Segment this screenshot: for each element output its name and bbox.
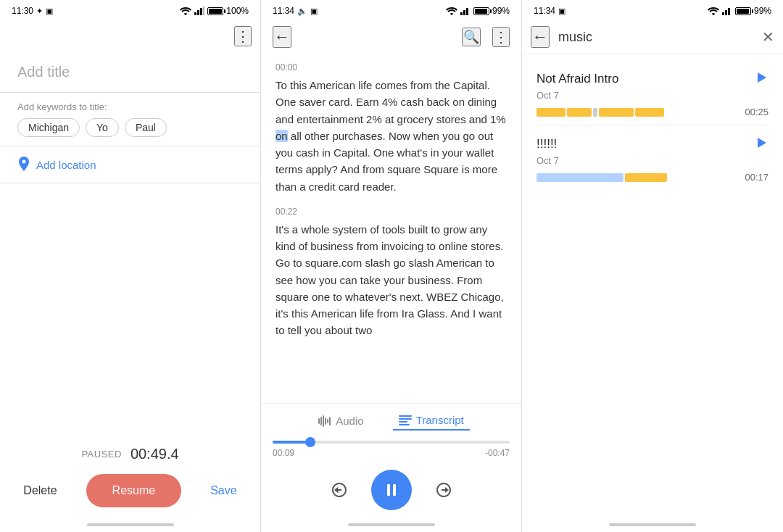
location-icon (17, 157, 30, 173)
result-header-1: Not Afraid Intro (536, 70, 768, 87)
progress-thumb[interactable] (305, 437, 315, 447)
result-duration-2: 00:17 (745, 172, 768, 183)
svg-rect-13 (399, 415, 412, 417)
wave-seg-1b (567, 108, 592, 117)
svg-rect-8 (320, 417, 322, 425)
svg-rect-1 (197, 10, 199, 15)
wifi-icon-3 (708, 7, 719, 15)
resume-button[interactable]: Resume (86, 474, 182, 507)
play-button-2[interactable] (754, 136, 768, 152)
search-input[interactable] (558, 30, 753, 45)
search-results: Not Afraid Intro Oct 7 00:25 (522, 54, 783, 293)
play-button-1[interactable] (754, 70, 768, 87)
svg-rect-11 (327, 419, 328, 423)
svg-rect-7 (318, 418, 320, 424)
wifi-icon (180, 7, 191, 15)
svg-rect-22 (728, 8, 730, 15)
result-date-1: Oct 7 (536, 90, 768, 101)
transcript-body: 00:00 To this American life comes from t… (261, 54, 521, 403)
panel-transcript: 11:34 🔈 ▣ 99% ← 🔍 ⋮ (261, 0, 522, 532)
home-indicator-1 (0, 519, 260, 532)
audio-waves-icon (318, 415, 331, 427)
panel2-toolbar: ← 🔍 ⋮ (261, 20, 521, 54)
transcript-para-2: It's a whole system of tools built to gr… (276, 221, 507, 339)
battery-pct-1: 100% (226, 6, 249, 16)
keywords-chips: Michigan Yo Paul (17, 118, 243, 137)
progress-remaining: -00:47 (485, 448, 510, 458)
wifi-icon-2 (446, 7, 457, 15)
more-options-button[interactable]: ⋮ (234, 26, 252, 46)
rewind-icon: ↺ (328, 478, 351, 502)
svg-marker-23 (758, 72, 766, 83)
progress-bar[interactable] (273, 441, 510, 444)
pause-button[interactable] (371, 470, 412, 510)
chip-yo[interactable]: Yo (86, 118, 119, 137)
result-title-2: !!!!!! (536, 137, 557, 151)
waveform-row-1: 00:25 (536, 107, 768, 117)
timestamp-1: 00:00 (276, 62, 507, 72)
svg-rect-16 (399, 424, 410, 425)
progress-current: 00:09 (273, 448, 294, 458)
svg-rect-0 (194, 12, 196, 15)
battery-pct-3: 99% (754, 6, 771, 16)
battery-icon-3 (735, 7, 751, 15)
forward-icon (432, 478, 455, 502)
location-section[interactable]: Add location (0, 146, 260, 183)
svg-rect-18 (387, 484, 390, 496)
battery-icon-1 (207, 7, 223, 15)
wave-seg-2b (625, 173, 667, 182)
rewind-button[interactable]: ↺ (328, 478, 351, 502)
save-button[interactable]: Save (199, 478, 248, 503)
chip-michigan[interactable]: Michigan (17, 118, 80, 137)
result-item-1[interactable]: Not Afraid Intro Oct 7 00:25 (522, 60, 783, 125)
result-title-1: Not Afraid Intro (536, 72, 618, 86)
svg-rect-21 (725, 10, 727, 15)
audio-tabs: Audio Transcript (261, 403, 521, 435)
panel-search: 11:34 ▣ 99% ← ✕ (522, 0, 783, 532)
more-options-button-2[interactable]: ⋮ (492, 27, 510, 47)
time-display-2: 11:34 (273, 6, 294, 16)
tab-transcript[interactable]: Transcript (393, 411, 470, 431)
time-display-3: 11:34 (534, 6, 555, 16)
panel1-toolbar: ⋮ (0, 20, 260, 52)
back-button[interactable]: ← (273, 26, 291, 48)
progress-times: 00:09 -00:47 (273, 446, 510, 460)
cast-icon: ▣ (46, 7, 53, 16)
progress-section[interactable]: 00:09 -00:47 (261, 435, 521, 462)
wave-seg-1c (593, 108, 597, 117)
svg-rect-4 (460, 12, 463, 15)
chip-paul[interactable]: Paul (125, 118, 167, 137)
tab-audio[interactable]: Audio (312, 411, 369, 431)
result-item-2[interactable]: !!!!!! Oct 7 00:17 (522, 125, 783, 190)
delete-button[interactable]: Delete (12, 478, 68, 503)
wave-seg-2a (536, 173, 624, 182)
result-header-2: !!!!!! (536, 136, 768, 152)
status-bar-2: 11:34 🔈 ▣ 99% (261, 0, 521, 20)
clear-search-button[interactable]: ✕ (762, 28, 774, 46)
keywords-label: Add keywords to title: (17, 101, 243, 112)
svg-rect-20 (722, 12, 724, 15)
result-date-2: Oct 7 (536, 155, 768, 166)
battery-icon-2 (473, 7, 489, 15)
svg-marker-24 (758, 138, 766, 148)
svg-rect-2 (200, 8, 202, 15)
forward-button[interactable] (432, 478, 455, 502)
home-indicator-2 (261, 519, 521, 532)
lines-icon (399, 415, 412, 425)
wave-seg-1a (536, 108, 566, 117)
search-back-button[interactable]: ← (531, 26, 550, 48)
paused-section: PAUSED 00:49.4 (0, 437, 260, 468)
timestamp-2: 00:22 (276, 207, 507, 217)
add-location-text[interactable]: Add location (36, 159, 96, 171)
search-button[interactable]: 🔍 (462, 28, 481, 46)
tab-transcript-label: Transcript (416, 414, 464, 426)
waveform-1 (536, 108, 740, 117)
add-title-placeholder[interactable]: Add title (17, 64, 243, 80)
status-bar-1: 11:30 ✦ ▣ 100% (0, 0, 260, 20)
tab-audio-label: Audio (336, 415, 363, 427)
signal-icon-3 (722, 7, 732, 15)
svg-rect-6 (466, 8, 468, 15)
signal-icon-2 (460, 7, 471, 15)
time-display-1: 11:30 (12, 6, 33, 16)
add-title-section: Add title (0, 52, 260, 93)
